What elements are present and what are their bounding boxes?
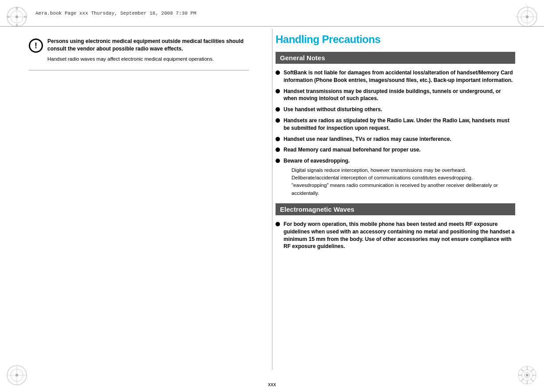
bullet-text: Use handset without disturbing others. bbox=[284, 106, 515, 113]
footer-bar: xxx bbox=[0, 381, 544, 388]
bullet-dot-icon bbox=[276, 70, 280, 75]
section-header-general_notes: General Notes bbox=[276, 52, 515, 64]
header-bar: Aera.book Page xxx Thursday, September 1… bbox=[0, 0, 544, 27]
list-item: Use handset without disturbing others. bbox=[276, 106, 515, 113]
sections-container: General NotesSoftBank is not liable for … bbox=[276, 52, 515, 250]
bullet-list-electromagnetic_waves: For body worn operation, this mobile pho… bbox=[276, 221, 515, 250]
bullet-dot-icon bbox=[276, 159, 280, 163]
right-column: Handling Precautions General NotesSoftBa… bbox=[262, 29, 515, 368]
header-text: Aera.book Page xxx Thursday, September 1… bbox=[35, 11, 196, 16]
svg-line-28 bbox=[521, 369, 524, 372]
warning-content: Persons using electronic medical equipme… bbox=[47, 38, 249, 63]
list-item: For body worn operation, this mobile pho… bbox=[276, 221, 515, 250]
left-column: ! Persons using electronic medical equip… bbox=[29, 29, 262, 368]
warning-desc: Handset radio waves may affect electroni… bbox=[47, 55, 249, 63]
bullet-dot-icon bbox=[276, 147, 280, 152]
bullet-dot-icon bbox=[276, 222, 280, 226]
bullet-text: For body worn operation, this mobile pho… bbox=[284, 221, 515, 250]
list-item: Handset use near landlines, TVs or radio… bbox=[276, 136, 515, 143]
section-header-electromagnetic_waves: Electromagnetic Waves bbox=[276, 203, 515, 215]
svg-line-30 bbox=[531, 369, 533, 372]
bullet-text: Handset use near landlines, TVs or radio… bbox=[284, 136, 515, 143]
list-item: Handsets are radios as stipulated by the… bbox=[276, 117, 515, 132]
sub-content: Digital signals reduce interception, how… bbox=[291, 167, 515, 197]
bullet-text: SoftBank is not liable for damages from … bbox=[284, 69, 515, 84]
bullet-dot-icon bbox=[276, 89, 280, 93]
page-title: Handling Precautions bbox=[276, 33, 515, 46]
page-number: xxx bbox=[268, 381, 276, 388]
warning-box: ! Persons using electronic medical equip… bbox=[29, 38, 249, 63]
svg-point-23 bbox=[526, 374, 528, 376]
list-item: Read Memory card manual beforehand for p… bbox=[276, 146, 515, 154]
bullet-text: Handsets are radios as stipulated by the… bbox=[284, 117, 515, 132]
list-item: Beware of eavesdropping.Digital signals … bbox=[276, 157, 515, 197]
bullet-list-general_notes: SoftBank is not liable for damages from … bbox=[276, 69, 515, 197]
bullet-text: Read Memory card manual beforehand for p… bbox=[284, 146, 515, 154]
bullet-dot-icon bbox=[276, 137, 280, 141]
content-area: ! Persons using electronic medical equip… bbox=[29, 29, 515, 368]
bullet-dot-icon bbox=[276, 107, 280, 112]
list-item: SoftBank is not liable for damages from … bbox=[276, 69, 515, 84]
bullet-dot-icon bbox=[276, 118, 280, 123]
warning-title: Persons using electronic medical equipme… bbox=[47, 38, 249, 53]
list-item: Handset transmissions may be disrupted i… bbox=[276, 88, 515, 103]
bullet-text: Handset transmissions may be disrupted i… bbox=[284, 88, 515, 103]
bullet-text: Beware of eavesdropping.Digital signals … bbox=[284, 157, 515, 197]
warning-separator bbox=[29, 70, 249, 70]
warning-icon: ! bbox=[29, 39, 43, 53]
